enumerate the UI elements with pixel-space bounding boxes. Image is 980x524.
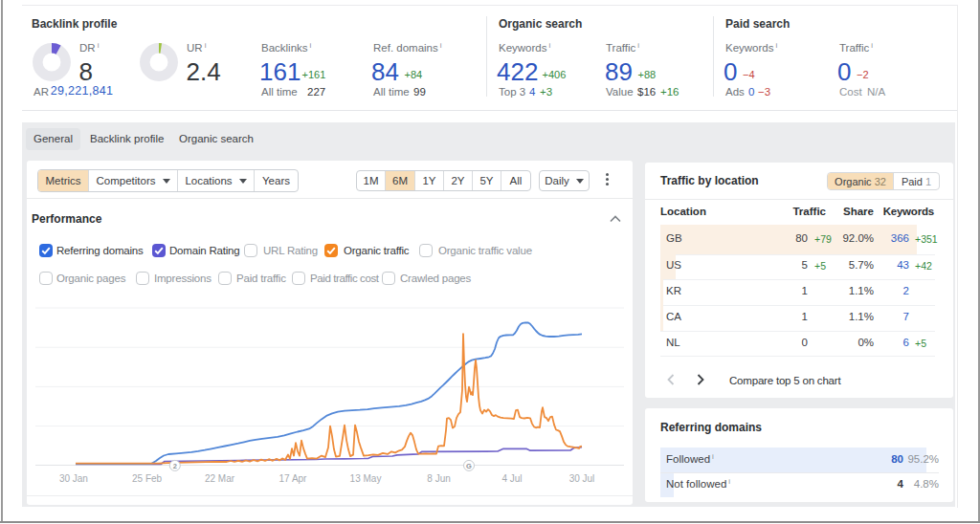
svg-text:30 Jan: 30 Jan (59, 473, 88, 484)
svg-text:4 Jul: 4 Jul (501, 473, 522, 484)
svg-text:17 Apr: 17 Apr (279, 473, 308, 484)
svg-text:13 May: 13 May (350, 473, 382, 484)
svg-text:2: 2 (173, 462, 177, 470)
svg-text:25 Feb: 25 Feb (132, 473, 163, 484)
svg-text:G: G (466, 462, 472, 470)
svg-text:30 Jul: 30 Jul (569, 473, 595, 484)
svg-text:8 Jun: 8 Jun (427, 473, 450, 484)
svg-text:22 Mar: 22 Mar (205, 473, 235, 484)
